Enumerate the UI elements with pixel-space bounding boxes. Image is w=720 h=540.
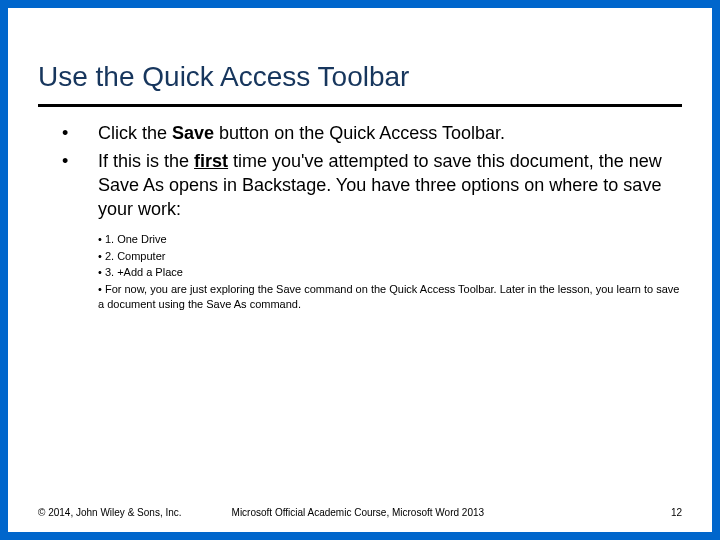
- sub-2: • 2. Computer: [98, 249, 682, 264]
- footer-copyright: © 2014, John Wiley & Sons, Inc.: [38, 507, 182, 518]
- bullet-dot: •: [38, 149, 98, 173]
- slide-frame: Use the Quick Access Toolbar • Click the…: [0, 0, 720, 540]
- bullet-2: • If this is the first time you've attem…: [38, 149, 682, 222]
- sub-4: • For now, you are just exploring the Sa…: [98, 282, 682, 312]
- footer-course: Microsoft Official Academic Course, Micr…: [182, 507, 671, 518]
- bullet-list: • Click the Save button on the Quick Acc…: [38, 121, 682, 222]
- b1-pre: Click the: [98, 123, 172, 143]
- slide-body: • Click the Save button on the Quick Acc…: [38, 121, 682, 312]
- slide-title: Use the Quick Access Toolbar: [38, 60, 682, 94]
- slide-footer: © 2014, John Wiley & Sons, Inc. Microsof…: [38, 507, 682, 518]
- b2-emph: first: [194, 151, 228, 171]
- b1-post: button on the Quick Access Toolbar.: [214, 123, 505, 143]
- title-rule: [38, 104, 682, 107]
- sub-3: • 3. +Add a Place: [98, 265, 682, 280]
- b2-pre: If this is the: [98, 151, 194, 171]
- b1-bold: Save: [172, 123, 214, 143]
- bullet-2-text: If this is the first time you've attempt…: [98, 149, 682, 222]
- bullet-1-text: Click the Save button on the Quick Acces…: [98, 121, 682, 145]
- footer-page: 12: [671, 507, 682, 518]
- bullet-1: • Click the Save button on the Quick Acc…: [38, 121, 682, 145]
- bullet-dot: •: [38, 121, 98, 145]
- sub-1: • 1. One Drive: [98, 232, 682, 247]
- sub-list: • 1. One Drive • 2. Computer • 3. +Add a…: [98, 232, 682, 312]
